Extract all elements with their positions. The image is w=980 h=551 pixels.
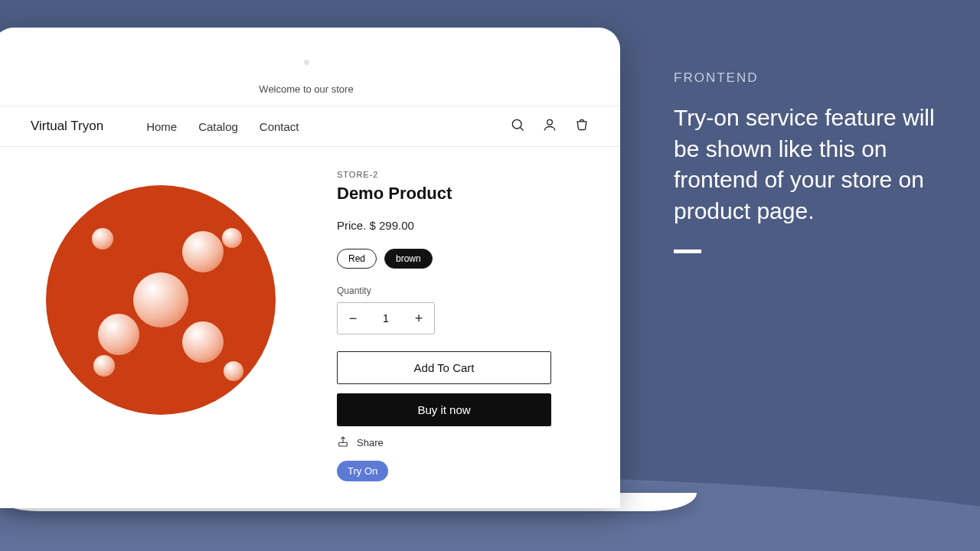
variant-picker: Red brown — [337, 249, 567, 269]
product-info: STORE-2 Demo Product Price. $ 299.00 Red… — [337, 170, 567, 481]
product-vendor: STORE-2 — [337, 170, 567, 179]
quantity-increase-button[interactable]: + — [403, 303, 434, 334]
svg-rect-3 — [339, 442, 348, 446]
svg-point-0 — [512, 119, 521, 129]
svg-line-1 — [521, 128, 524, 131]
product-title: Demo Product — [337, 184, 567, 204]
share-icon — [337, 435, 349, 450]
marketing-headline: Try-on service feature will be shown lik… — [674, 103, 949, 227]
add-to-cart-button[interactable]: Add To Cart — [337, 351, 551, 384]
carousel-dot — [304, 60, 309, 65]
marketing-kicker: FRONTEND — [674, 70, 949, 86]
account-icon[interactable] — [542, 117, 557, 135]
divider — [674, 249, 701, 253]
nav-home[interactable]: Home — [146, 120, 177, 133]
quantity-stepper: − 1 + — [337, 302, 435, 334]
share-label: Share — [357, 437, 384, 448]
quantity-decrease-button[interactable]: − — [338, 303, 368, 334]
quantity-label: Quantity — [337, 285, 567, 296]
announcement-bar: Welcome to our store — [0, 28, 620, 106]
search-icon[interactable] — [510, 117, 525, 135]
quantity-value: 1 — [368, 312, 403, 324]
share-button[interactable]: Share — [337, 435, 567, 450]
nav-catalog[interactable]: Catalog — [198, 120, 238, 133]
cart-icon[interactable] — [574, 117, 590, 135]
nav-contact[interactable]: Contact — [260, 120, 299, 133]
product-price: Price. $ 299.00 — [337, 219, 567, 232]
buy-now-button[interactable]: Buy it now — [337, 393, 551, 426]
variant-red[interactable]: Red — [337, 249, 377, 269]
nav-links: Home Catalog Contact — [146, 120, 299, 133]
product-section: STORE-2 Demo Product Price. $ 299.00 Red… — [0, 147, 620, 481]
try-on-button[interactable]: Try On — [337, 461, 388, 481]
svg-point-2 — [547, 119, 553, 125]
marketing-copy: FRONTEND Try-on service feature will be … — [674, 70, 949, 253]
product-image — [31, 170, 291, 481]
variant-brown[interactable]: brown — [384, 249, 433, 269]
announcement-text: Welcome to our store — [259, 83, 353, 95]
store-navbar: Virtual Tryon Home Catalog Contact — [0, 106, 620, 147]
store-mock-window: Welcome to our store Virtual Tryon Home … — [0, 28, 620, 508]
store-brand: Virtual Tryon — [31, 119, 103, 134]
